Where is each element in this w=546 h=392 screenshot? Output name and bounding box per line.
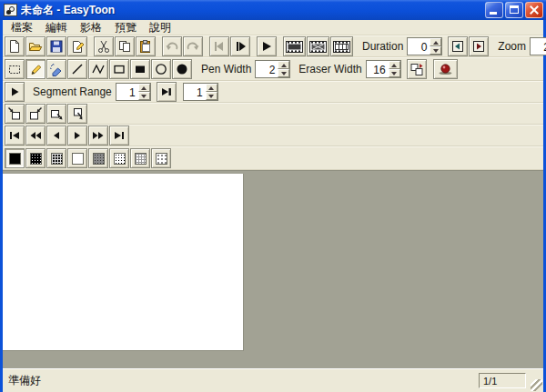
- checker-50-swatch-icon: [72, 153, 84, 165]
- minimize-button[interactable]: [485, 2, 503, 18]
- zoom-spinner[interactable]: 2: [530, 37, 546, 55]
- step-back-button[interactable]: [209, 36, 229, 56]
- tone-pattern-button-6[interactable]: [109, 148, 129, 168]
- eraser-width-label: Eraser Width: [298, 63, 361, 75]
- film-strip-button-2[interactable]: [307, 36, 329, 56]
- onion-next-button[interactable]: [469, 36, 489, 56]
- save-floppy-icon: [49, 39, 64, 54]
- film-strip-button-3[interactable]: [330, 36, 353, 56]
- rect-tool-button[interactable]: [109, 59, 129, 79]
- save-file-button[interactable]: [46, 36, 66, 56]
- tone-pattern-button-7[interactable]: [130, 148, 150, 168]
- scissors-icon: [96, 39, 111, 54]
- play-button[interactable]: [257, 36, 277, 56]
- filled-rect-tool-button[interactable]: [130, 59, 150, 79]
- maximize-icon: [510, 5, 519, 14]
- status-bar: 準備好 1/1: [3, 368, 543, 392]
- undo-button[interactable]: [162, 36, 182, 56]
- circle-filled-icon: [175, 62, 189, 76]
- light-grid-swatch-icon: [135, 153, 147, 165]
- duplicate-frame-button[interactable]: [67, 104, 87, 124]
- menu-preview[interactable]: 預覽: [108, 19, 143, 36]
- ball-preview-button[interactable]: [433, 59, 458, 79]
- last-frame-button[interactable]: [109, 126, 129, 146]
- tone-pattern-button-8[interactable]: [151, 148, 171, 168]
- insert-frame-before-button[interactable]: [5, 104, 25, 124]
- paste-button[interactable]: [136, 36, 156, 56]
- new-file-button[interactable]: [5, 36, 25, 56]
- range-end-spinner[interactable]: 1: [183, 83, 218, 101]
- tone-pattern-button-4[interactable]: [67, 148, 87, 168]
- range-start-down-button[interactable]: [138, 92, 150, 100]
- paste-icon: [138, 39, 153, 54]
- tone-solid-black-button[interactable]: [5, 148, 25, 168]
- eraser-width-spinner[interactable]: 16: [366, 60, 401, 78]
- segment-play-button[interactable]: [5, 82, 25, 102]
- close-button[interactable]: [525, 2, 543, 18]
- polyline-icon: [91, 62, 106, 76]
- resize-grip[interactable]: [531, 379, 542, 391]
- title-bar[interactable]: 未命名 - EasyToon: [0, 0, 546, 20]
- prev-frame-icon: [49, 128, 64, 143]
- eraser-width-down-button[interactable]: [389, 69, 400, 77]
- app-icon[interactable]: [4, 4, 17, 16]
- pen-width-down-button[interactable]: [278, 69, 289, 77]
- duration-label: Duration: [362, 40, 403, 53]
- circle-tool-button[interactable]: [151, 59, 171, 79]
- zoom-label: Zoom: [498, 40, 526, 53]
- select-tool-button[interactable]: [5, 59, 25, 79]
- eraser-tool-button[interactable]: [46, 59, 66, 79]
- status-text: 準備好: [8, 373, 479, 388]
- pen-tool-button[interactable]: [25, 59, 46, 79]
- move-frame-button[interactable]: [46, 104, 66, 124]
- film-strip-button-1[interactable]: [283, 36, 306, 56]
- onion-prev-button[interactable]: [448, 36, 468, 56]
- range-end-up-button[interactable]: [206, 84, 217, 92]
- swap-frame-button[interactable]: [407, 59, 427, 79]
- export-gif-icon: [70, 39, 85, 54]
- filled-circle-tool-button[interactable]: [172, 59, 192, 79]
- tone-pattern-button-3[interactable]: [46, 148, 66, 168]
- open-file-button[interactable]: [25, 36, 46, 56]
- copy-button[interactable]: [115, 36, 135, 56]
- range-start-up-button[interactable]: [138, 84, 150, 92]
- menu-frame[interactable]: 影格: [74, 19, 108, 36]
- duration-spinner[interactable]: 0: [407, 37, 442, 55]
- duration-down-button[interactable]: [430, 46, 441, 55]
- film-strip-icon: [286, 40, 303, 54]
- line-tool-button[interactable]: [67, 59, 87, 79]
- rewind-button[interactable]: [25, 126, 46, 146]
- range-start-spinner[interactable]: 1: [116, 83, 151, 101]
- first-frame-button[interactable]: [5, 126, 25, 146]
- up-arrow-icon: [433, 41, 439, 45]
- menu-file[interactable]: 檔案: [5, 19, 39, 36]
- pen-width-up-button[interactable]: [278, 61, 289, 69]
- tone-pattern-button-5[interactable]: [88, 148, 108, 168]
- gray-halftone-swatch-icon: [93, 153, 105, 165]
- range-end-down-button[interactable]: [206, 92, 217, 100]
- swap-frames-icon: [410, 62, 424, 76]
- dark-grid-swatch-icon: [51, 153, 63, 165]
- menu-help[interactable]: 說明: [143, 19, 177, 36]
- eraser-width-up-button[interactable]: [389, 61, 400, 69]
- menu-edit[interactable]: 編輯: [39, 19, 74, 36]
- forward-button[interactable]: [88, 126, 108, 146]
- duplicate-frame-icon: [70, 106, 85, 121]
- cut-button[interactable]: [94, 36, 114, 56]
- step-forward-button[interactable]: [230, 36, 250, 56]
- drawing-canvas[interactable]: [3, 174, 244, 351]
- redo-button[interactable]: [183, 36, 203, 56]
- insert-frame-after-button[interactable]: [25, 104, 46, 124]
- export-gif-button[interactable]: [67, 36, 87, 56]
- up-arrow-icon: [281, 64, 287, 67]
- duration-up-button[interactable]: [430, 38, 441, 46]
- next-frame-nav-button[interactable]: [67, 126, 87, 146]
- maximize-button[interactable]: [505, 2, 523, 18]
- prev-frame-nav-button[interactable]: [46, 126, 66, 146]
- step-forward-icon: [233, 39, 248, 54]
- down-arrow-icon: [208, 95, 214, 98]
- apply-range-button[interactable]: [157, 82, 177, 102]
- tone-pattern-button-2[interactable]: [25, 148, 46, 168]
- pen-width-spinner[interactable]: 2: [255, 60, 290, 78]
- polyline-tool-button[interactable]: [88, 59, 108, 79]
